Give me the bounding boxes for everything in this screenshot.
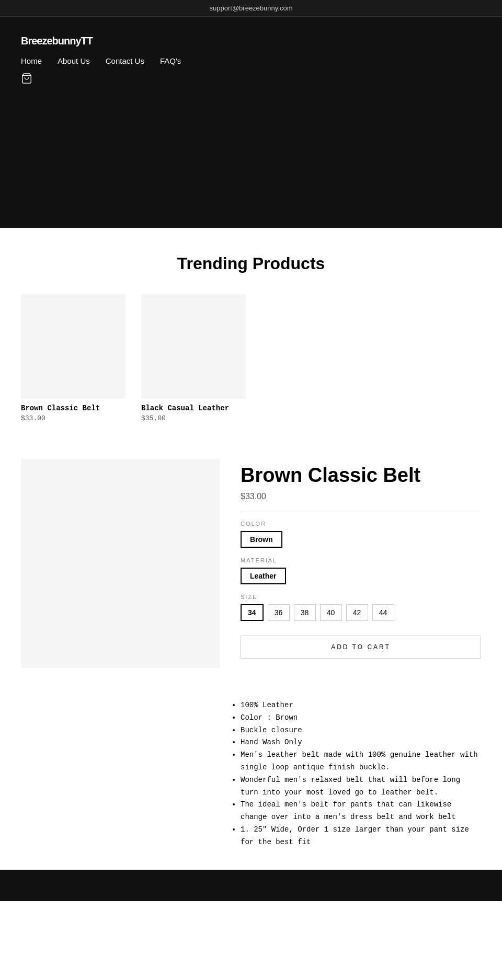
features-list: 100% Leather Color : Brown Buckle closur… xyxy=(230,699,481,849)
product-price-1: $33.00 xyxy=(21,414,126,422)
product-card-1[interactable]: Brown Classic Belt $33.00 xyxy=(21,294,126,422)
product-image-2 xyxy=(141,294,246,399)
product-name-2: Black Casual Leather xyxy=(141,404,246,412)
cart-icon[interactable] xyxy=(21,73,481,87)
product-detail-right: Brown Classic Belt $33.00 COLOR Brown MA… xyxy=(241,459,481,668)
color-option-group: COLOR Brown xyxy=(241,521,481,548)
footer xyxy=(0,870,502,901)
product-detail-title: Brown Classic Belt xyxy=(241,464,481,487)
product-name-1: Brown Classic Belt xyxy=(21,404,126,412)
size-btn-42[interactable]: 42 xyxy=(346,604,368,621)
product-price-2: $35.00 xyxy=(141,414,246,422)
trending-title: Trending Products xyxy=(21,254,481,273)
material-btn-leather[interactable]: Leather xyxy=(241,568,286,584)
logo-text: Breezebunny xyxy=(21,35,81,47)
add-to-cart-button[interactable]: ADD TO CART xyxy=(241,636,481,659)
product-card-2[interactable]: Black Casual Leather $35.00 xyxy=(141,294,246,422)
trending-section: Trending Products Brown Classic Belt $33… xyxy=(0,228,502,438)
product-detail-image xyxy=(21,459,220,668)
nav-home[interactable]: Home xyxy=(21,56,42,65)
nav-contact[interactable]: Contact Us xyxy=(106,56,144,65)
color-btn-brown[interactable]: Brown xyxy=(241,531,282,548)
logo: BreezebunnyTT xyxy=(21,27,481,49)
size-btn-40[interactable]: 40 xyxy=(320,604,342,621)
feature-8: 1. 25" Wide, Order 1 size larger than yo… xyxy=(241,824,481,849)
product-image-1 xyxy=(21,294,126,399)
size-btn-38[interactable]: 38 xyxy=(294,604,316,621)
size-btn-44[interactable]: 44 xyxy=(372,604,394,621)
feature-5: Men's leather belt made with 100% genuin… xyxy=(241,749,481,774)
nav-faq[interactable]: FAQ's xyxy=(160,56,181,65)
feature-7: The ideal men's belt for pants that can … xyxy=(241,799,481,824)
nav-about[interactable]: About Us xyxy=(58,56,90,65)
support-email: support@breezebunny.com xyxy=(210,4,293,12)
hero-section xyxy=(0,92,502,228)
logo-suffix: TT xyxy=(81,35,93,47)
header: BreezebunnyTT Home About Us Contact Us F… xyxy=(0,17,502,92)
size-label: SIZE xyxy=(241,594,481,600)
size-btn-34[interactable]: 34 xyxy=(241,604,264,621)
feature-2: Color : Brown xyxy=(241,712,481,724)
navigation: Home About Us Contact Us FAQ's xyxy=(21,56,481,65)
top-bar: support@breezebunny.com xyxy=(0,0,502,17)
product-detail-left xyxy=(21,459,220,668)
size-buttons: 34 36 38 40 42 44 xyxy=(241,604,481,621)
feature-1: 100% Leather xyxy=(241,699,481,712)
material-label: MATERIAL xyxy=(241,557,481,563)
color-buttons: Brown xyxy=(241,531,481,548)
feature-3: Buckle closure xyxy=(241,724,481,737)
product-features: 100% Leather Color : Brown Buckle closur… xyxy=(0,689,502,870)
feature-4: Hand Wash Only xyxy=(241,736,481,749)
divider-1 xyxy=(241,512,481,512)
product-detail-price: $33.00 xyxy=(241,492,481,501)
color-label: COLOR xyxy=(241,521,481,527)
products-grid: Brown Classic Belt $33.00 Black Casual L… xyxy=(21,294,481,422)
size-option-group: SIZE 34 36 38 40 42 44 xyxy=(241,594,481,621)
feature-6: Wonderful men's relaxed belt that will b… xyxy=(241,774,481,799)
material-option-group: MATERIAL Leather xyxy=(241,557,481,584)
size-btn-36[interactable]: 36 xyxy=(268,604,290,621)
product-detail-section: Brown Classic Belt $33.00 COLOR Brown MA… xyxy=(0,438,502,689)
material-buttons: Leather xyxy=(241,568,481,584)
